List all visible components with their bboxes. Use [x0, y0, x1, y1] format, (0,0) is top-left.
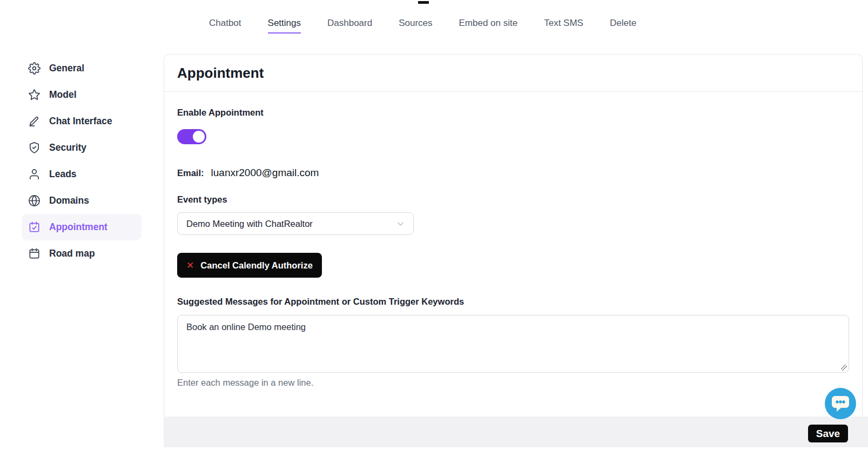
- user-icon: [28, 168, 41, 180]
- shield-check-icon: [28, 142, 41, 154]
- globe-icon: [28, 194, 41, 207]
- sidebar-item-label: Domains: [49, 195, 89, 206]
- chevron-down-icon: [396, 220, 405, 228]
- gear-icon: [28, 62, 41, 75]
- sidebar-item-label: Security: [49, 142, 86, 153]
- email-row: Email: luanxr2000@gmail.com: [177, 167, 849, 179]
- sidebar-item-domains[interactable]: Domains: [22, 187, 142, 214]
- event-types-select[interactable]: Demo Meeting with ChatRealtor: [177, 212, 414, 235]
- sidebar-item-security[interactable]: Security: [22, 135, 142, 161]
- email-label: Email:: [177, 168, 204, 178]
- x-icon: ✕: [186, 260, 194, 271]
- tab-dashboard[interactable]: Dashboard: [327, 18, 372, 33]
- sidebar-item-label: Chat Interface: [49, 116, 112, 127]
- tab-embed-on-site[interactable]: Embed on site: [459, 18, 518, 33]
- sidebar-item-label: Appointment: [49, 221, 107, 233]
- tab-delete[interactable]: Delete: [610, 18, 636, 33]
- enable-appointment-label: Enable Appointment: [177, 108, 849, 118]
- sidebar-item-label: Road map: [49, 248, 95, 259]
- sidebar-item-chat-interface[interactable]: Chat Interface: [22, 108, 142, 135]
- sidebar-item-road-map[interactable]: Road map: [22, 240, 142, 267]
- calendar-check-icon: [28, 221, 41, 233]
- cancel-calendly-authorize-label: Cancel Calendly Authorize: [200, 260, 313, 271]
- page-title: Appointment: [177, 65, 849, 82]
- suggested-messages-label: Suggested Messages for Appointment or Cu…: [177, 297, 849, 307]
- chat-widget-button[interactable]: [825, 388, 856, 419]
- save-button[interactable]: Save: [808, 425, 848, 442]
- tab-chatbot[interactable]: Chatbot: [209, 18, 241, 33]
- chat-bubble-icon: [830, 394, 851, 413]
- window-dash: [418, 1, 429, 4]
- event-types-label: Event types: [177, 194, 849, 205]
- suggested-messages-helper: Enter each message in a new line.: [177, 378, 849, 388]
- star-icon: [28, 89, 41, 101]
- sidebar-item-label: Model: [49, 89, 77, 100]
- top-navigation: Chatbot Settings Dashboard Sources Embed…: [209, 18, 636, 33]
- sidebar-item-appointment[interactable]: Appointment: [22, 214, 142, 240]
- sidebar-item-label: General: [49, 63, 84, 74]
- pencil-icon: [28, 115, 41, 127]
- panel-footer: Save: [164, 417, 868, 447]
- suggested-messages-field: Book an online Demo meeting: [177, 315, 849, 373]
- appointment-settings-panel: Appointment Enable Appointment Email: lu…: [164, 54, 863, 417]
- email-value: luanxr2000@gmail.com: [211, 167, 319, 179]
- calendar-icon: [28, 247, 41, 260]
- tab-settings[interactable]: Settings: [268, 18, 301, 33]
- suggested-messages-textarea[interactable]: Book an online Demo meeting: [177, 315, 849, 373]
- sidebar-item-general[interactable]: General: [22, 55, 142, 82]
- enable-appointment-toggle[interactable]: [177, 129, 206, 144]
- sidebar-item-leads[interactable]: Leads: [22, 161, 142, 187]
- cancel-calendly-authorize-button[interactable]: ✕ Cancel Calendly Authorize: [177, 253, 322, 278]
- sidebar-item-model[interactable]: Model: [22, 82, 142, 108]
- toggle-knob: [193, 131, 205, 143]
- tab-text-sms[interactable]: Text SMS: [544, 18, 583, 33]
- panel-header: Appointment: [164, 55, 862, 92]
- settings-sidebar: General Model Chat Interface Security Le…: [22, 55, 142, 267]
- sidebar-item-label: Leads: [49, 169, 77, 180]
- event-types-selected-value: Demo Meeting with ChatRealtor: [186, 219, 313, 229]
- tab-sources[interactable]: Sources: [399, 18, 432, 33]
